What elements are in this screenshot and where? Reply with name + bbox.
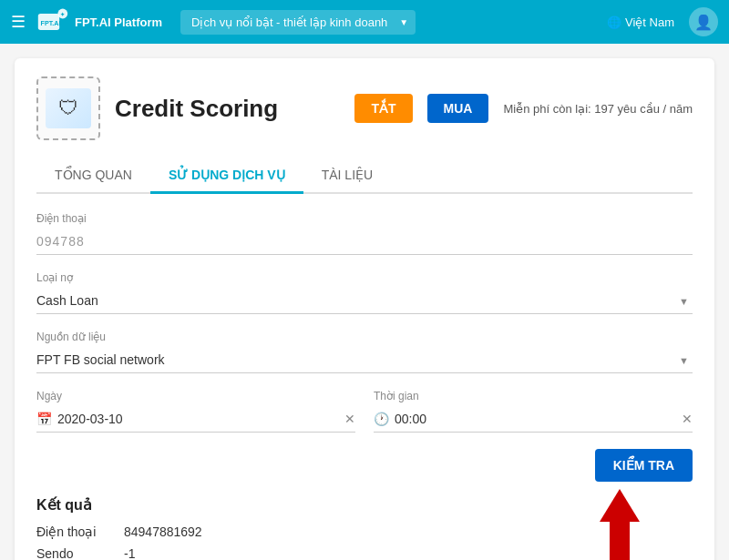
svg-text:FPT.AI: FPT.AI xyxy=(41,19,61,27)
date-time-row: Ngày 📅 ✕ Thời gian 🕐 ✕ xyxy=(36,390,693,433)
date-input[interactable] xyxy=(57,412,344,426)
tab-su-dung[interactable]: SỬ DỤNG DỊCH VỤ xyxy=(150,158,303,194)
phone-input[interactable] xyxy=(36,229,693,255)
logo-text: FPT.AI Platform xyxy=(75,15,162,29)
language-label: Việt Nam xyxy=(625,15,674,29)
date-field: Ngày 📅 ✕ xyxy=(36,390,355,433)
time-input-wrap: 🕐 ✕ xyxy=(374,406,693,433)
results-title: Kết quả xyxy=(36,496,693,514)
service-icon xyxy=(46,88,91,128)
tab-tong-quan[interactable]: TỔNG QUAN xyxy=(36,158,150,194)
loan-type-label: Loại nợ xyxy=(36,271,693,284)
user-icon: 👤 xyxy=(694,14,713,31)
menu-icon[interactable]: ☰ xyxy=(11,12,26,32)
nav-dropdown-wrap[interactable]: Dịch vụ nổi bật - thiết lập kinh doanh xyxy=(180,10,416,35)
loan-type-select[interactable]: Cash Loan Mortgage Auto Loan xyxy=(36,288,693,314)
data-source-label: Nguồn dữ liệu xyxy=(36,331,693,343)
clock-icon: 🕐 xyxy=(374,412,389,426)
date-input-wrap: 📅 ✕ xyxy=(36,406,355,433)
phone-label: Điện thoại xyxy=(36,212,693,225)
phone-field: Điện thoại xyxy=(36,212,693,255)
result-value-0: 84947881692 xyxy=(124,524,202,539)
data-source-select-wrap: FPT FB social network FPT data Other xyxy=(36,347,693,373)
service-icon-box xyxy=(36,76,100,140)
loan-type-select-wrap: Cash Loan Mortgage Auto Loan xyxy=(36,288,693,314)
header-right: 🌐 Việt Nam 👤 xyxy=(607,7,718,36)
language-selector[interactable]: 🌐 Việt Nam xyxy=(607,15,674,29)
svg-text:✦: ✦ xyxy=(60,11,65,17)
result-row-0: Điện thoại 84947881692 xyxy=(36,524,693,539)
main-content: Credit Scoring TẮT MUA Miễn phí còn lại:… xyxy=(15,58,714,560)
header: ☰ FPT.AI ✦ FPT.AI Platform Dịch vụ nổi b… xyxy=(0,0,729,44)
page-header: Credit Scoring TẮT MUA Miễn phí còn lại:… xyxy=(36,76,693,140)
logo: FPT.AI ✦ FPT.AI Platform xyxy=(36,5,162,38)
time-field: Thời gian 🕐 ✕ xyxy=(374,390,693,433)
tat-button[interactable]: TẮT xyxy=(354,94,412,123)
data-source-field: Nguồn dữ liệu FPT FB social network FPT … xyxy=(36,331,693,373)
free-info: Miễn phí còn lại: 197 yêu cầu / năm xyxy=(503,102,693,116)
tab-tai-lieu[interactable]: TÀI LIỆU xyxy=(303,158,391,194)
result-row-1: Sendo -1 xyxy=(36,546,693,560)
mua-button[interactable]: MUA xyxy=(427,94,489,123)
arrow-shaft xyxy=(610,522,630,560)
check-button[interactable]: KIỂM TRA xyxy=(595,449,693,482)
nav: Dịch vụ nổi bật - thiết lập kinh doanh xyxy=(180,10,607,35)
date-label: Ngày xyxy=(36,390,355,402)
arrow-head xyxy=(600,489,640,522)
calendar-icon: 📅 xyxy=(36,412,52,426)
nav-dropdown[interactable]: Dịch vụ nổi bật - thiết lập kinh doanh xyxy=(180,10,416,35)
page-title: Credit Scoring xyxy=(115,95,340,123)
time-clear-icon[interactable]: ✕ xyxy=(682,412,693,426)
form: Điện thoại Loại nợ Cash Loan Mortgage Au… xyxy=(36,212,693,482)
result-value-1: -1 xyxy=(124,546,135,560)
time-input[interactable] xyxy=(395,412,682,426)
arrow-indicator xyxy=(600,489,640,560)
data-source-select[interactable]: FPT FB social network FPT data Other xyxy=(36,347,693,373)
date-clear-icon[interactable]: ✕ xyxy=(344,412,355,426)
user-avatar-button[interactable]: 👤 xyxy=(689,7,718,36)
loan-type-field: Loại nợ Cash Loan Mortgage Auto Loan xyxy=(36,271,693,314)
results-section: Kết quả Điện thoại 84947881692 Sendo -1 … xyxy=(36,496,693,560)
result-label-0: Điện thoại xyxy=(36,524,109,539)
time-label: Thời gian xyxy=(374,390,693,402)
tabs: TỔNG QUAN SỬ DỤNG DỊCH VỤ TÀI LIỆU xyxy=(36,158,693,194)
result-label-1: Sendo xyxy=(36,546,109,560)
globe-icon: 🌐 xyxy=(607,15,621,29)
